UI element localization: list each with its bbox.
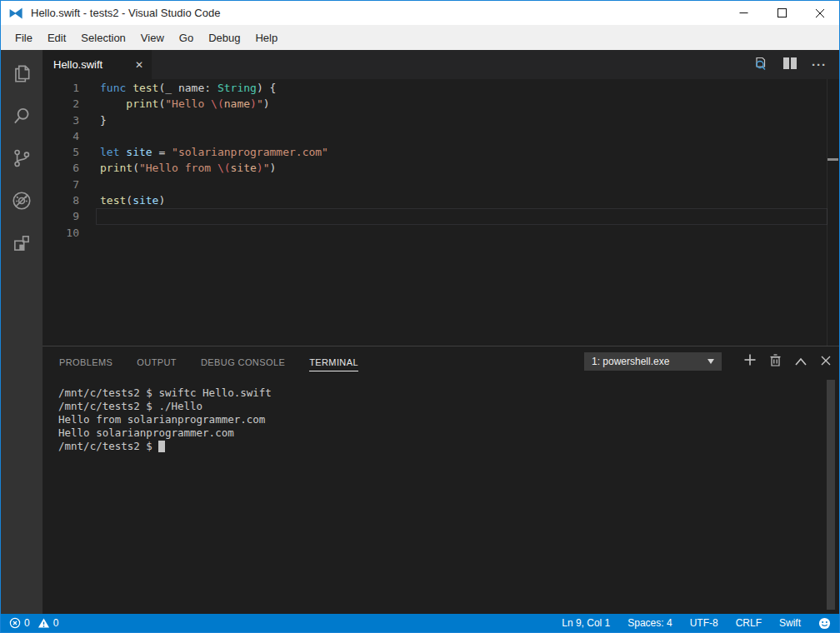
tab-close-icon[interactable]: ✕ xyxy=(135,60,143,70)
menu-view[interactable]: View xyxy=(133,25,172,50)
code-line-3[interactable]: 3} xyxy=(42,112,839,128)
minimize-button[interactable] xyxy=(724,1,762,25)
menu-go[interactable]: Go xyxy=(172,25,201,50)
terminal-cursor xyxy=(158,441,165,452)
menu-edit[interactable]: Edit xyxy=(40,25,73,50)
terminal-select-value: 1: powershell.exe xyxy=(592,356,669,367)
source-control-icon[interactable] xyxy=(10,147,33,170)
close-panel-icon[interactable] xyxy=(821,354,831,369)
new-terminal-icon[interactable] xyxy=(744,354,756,369)
menu-file[interactable]: File xyxy=(8,25,40,50)
chevron-down-icon xyxy=(708,359,714,364)
menu-debug[interactable]: Debug xyxy=(201,25,248,50)
bottom-panel: PROBLEMS OUTPUT DEBUG CONSOLE TERMINAL 1… xyxy=(42,346,839,614)
language-mode-status[interactable]: Swift xyxy=(779,617,801,629)
kill-terminal-icon[interactable] xyxy=(770,354,781,370)
search-icon[interactable] xyxy=(10,104,33,127)
window-title: Hello.swift - tests2 - Visual Studio Cod… xyxy=(31,7,220,19)
menu-bar: File Edit Selection View Go Debug Help xyxy=(1,25,839,50)
vscode-logo-icon xyxy=(8,7,23,20)
activity-bar xyxy=(1,50,42,614)
panel-header: PROBLEMS OUTPUT DEBUG CONSOLE TERMINAL 1… xyxy=(42,346,839,376)
debug-icon[interactable] xyxy=(10,189,33,212)
maximize-panel-icon[interactable] xyxy=(795,354,807,369)
current-line-highlight xyxy=(96,208,828,224)
code-editor[interactable]: 1func test(_ name: String) {2 print("Hel… xyxy=(42,79,839,346)
editor-scrollbar[interactable] xyxy=(827,79,828,346)
editor-code-lines: 1func test(_ name: String) {2 print("Hel… xyxy=(42,80,839,241)
status-bar: 0 0 Ln 9, Col 1 Spaces: 4 UTF-8 CRLF Swi… xyxy=(1,614,839,632)
title-bar[interactable]: Hello.swift - tests2 - Visual Studio Cod… xyxy=(1,1,839,25)
close-window-button[interactable] xyxy=(801,1,839,25)
terminal-output[interactable]: /mnt/c/tests2 $ swiftc Hello.swift/mnt/c… xyxy=(42,376,839,614)
explorer-icon[interactable] xyxy=(10,62,33,85)
tab-hello-swift[interactable]: Hello.swift ✕ xyxy=(42,50,152,79)
menu-selection[interactable]: Selection xyxy=(73,25,132,50)
indentation-status[interactable]: Spaces: 4 xyxy=(628,617,672,629)
line-number: 5 xyxy=(42,144,79,160)
tab-debug-console[interactable]: DEBUG CONSOLE xyxy=(201,351,285,371)
tab-label: Hello.swift xyxy=(53,58,102,71)
cursor-position-status[interactable]: Ln 9, Col 1 xyxy=(562,617,610,629)
terminal-instance-select[interactable]: 1: powershell.exe xyxy=(584,352,722,371)
code-line-6[interactable]: 6print("Hello from \(site)") xyxy=(42,160,839,176)
line-number: 3 xyxy=(42,112,79,128)
open-preview-icon[interactable] xyxy=(752,55,768,75)
error-icon xyxy=(9,617,21,629)
tab-problems[interactable]: PROBLEMS xyxy=(59,351,112,371)
maximize-button[interactable] xyxy=(762,1,801,25)
line-number: 2 xyxy=(42,96,79,112)
code-line-10[interactable]: 10 xyxy=(42,225,839,241)
code-line-9[interactable]: 9 xyxy=(42,208,839,224)
terminal-line: /mnt/c/tests2 $ ./Hello xyxy=(58,400,839,413)
line-number: 7 xyxy=(42,177,79,192)
tab-terminal[interactable]: TERMINAL xyxy=(309,351,358,371)
line-number: 10 xyxy=(42,225,79,241)
terminal-line: /mnt/c/tests2 $ swiftc Hello.swift xyxy=(58,386,839,400)
split-editor-icon[interactable] xyxy=(782,57,798,73)
line-number: 4 xyxy=(42,128,79,144)
vscode-window: Hello.swift - tests2 - Visual Studio Cod… xyxy=(0,0,840,633)
tab-output[interactable]: OUTPUT xyxy=(137,351,177,371)
line-number: 8 xyxy=(42,192,79,208)
warning-count: 0 xyxy=(53,617,59,629)
more-actions-icon[interactable]: ··· xyxy=(812,61,827,69)
line-number: 1 xyxy=(42,80,79,96)
terminal-line: Hello solarianprogrammer.com xyxy=(58,426,839,440)
terminal-line: /mnt/c/tests2 $ xyxy=(58,440,839,453)
editor-tab-bar: Hello.swift ✕ xyxy=(42,50,839,79)
menu-help[interactable]: Help xyxy=(248,25,285,50)
terminal-line: Hello from solarianprogrammer.com xyxy=(58,413,839,426)
feedback-smiley-icon[interactable] xyxy=(818,617,831,630)
code-line-2[interactable]: 2 print("Hello \(name)") xyxy=(42,96,839,112)
code-line-1[interactable]: 1func test(_ name: String) { xyxy=(42,80,839,96)
encoding-status[interactable]: UTF-8 xyxy=(690,617,718,629)
code-line-5[interactable]: 5let site = "solarianprogrammer.com" xyxy=(42,144,839,160)
warning-icon xyxy=(38,617,50,629)
code-line-8[interactable]: 8test(site) xyxy=(42,192,839,208)
error-count: 0 xyxy=(24,617,30,629)
terminal-scrollbar[interactable] xyxy=(827,380,835,610)
overview-ruler-cursor-marker xyxy=(828,158,838,161)
line-number: 9 xyxy=(42,208,79,224)
problems-status[interactable]: 0 0 xyxy=(9,617,58,629)
eol-status[interactable]: CRLF xyxy=(736,617,762,629)
extensions-icon[interactable] xyxy=(10,232,33,255)
code-line-7[interactable]: 7 xyxy=(42,177,839,192)
code-line-4[interactable]: 4 xyxy=(42,128,839,144)
line-number: 6 xyxy=(42,160,79,176)
